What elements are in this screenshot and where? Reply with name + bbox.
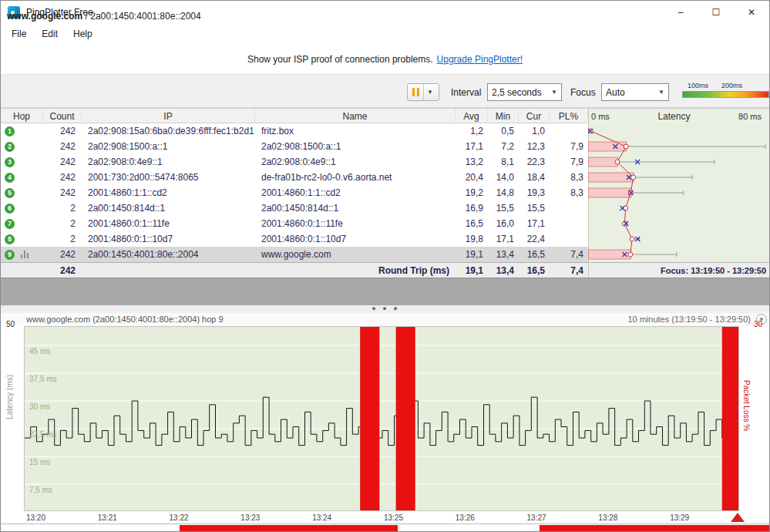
banner-text: Show your ISP proof of connection proble… [247, 54, 433, 65]
avg-cell: 19,2 [456, 185, 488, 200]
maximize-button[interactable]: ☐ [698, 1, 734, 24]
col-count[interactable]: Count [43, 109, 82, 124]
col-pl[interactable]: PL% [550, 109, 588, 124]
min-cell: 15,5 [488, 200, 519, 216]
focus-marker-triangle[interactable] [731, 513, 745, 522]
table-row[interactable]: 42422001:730:2d00::5474:8065de-fra01b-rc… [1, 170, 770, 185]
min-cell: 16,0 [488, 216, 519, 231]
pl-cell [550, 123, 588, 139]
table-row[interactable]: 722001:4860:0:1::11fe2001:4860:0:1::11fe… [1, 216, 770, 231]
col-min[interactable]: Min [488, 109, 519, 124]
table-row[interactable]: 32422a02:908:0:4e9::12a02:908:0:4e9::113… [1, 154, 770, 170]
col-avg[interactable]: Avg [456, 109, 488, 124]
latency-gradient-bar [682, 91, 769, 98]
avg-cell: 13,2 [456, 154, 488, 170]
menu-file[interactable]: File [4, 25, 34, 42]
latency-axis-label: Latency (ms) [5, 375, 14, 419]
hop-number-badge: 8 [5, 234, 15, 244]
pl-cell: 8,3 [550, 170, 588, 185]
graph-indicator-icon [20, 250, 30, 259]
hop-cell: 7 [1, 216, 43, 231]
col-cur[interactable]: Cur [519, 109, 550, 124]
minimize-button[interactable]: – [663, 1, 698, 24]
latency-cell [588, 200, 770, 216]
col-name[interactable]: Name [255, 109, 456, 124]
count-cell: 242 [43, 170, 82, 185]
legend-100ms-label: 100ms [688, 82, 708, 90]
table-row[interactable]: 822001:4860:0:1::10d72001:4860:0:1::10d7… [1, 231, 770, 247]
ip-cell: 2001:4860:0:1::10d7 [82, 231, 255, 247]
latency-color-legend: 100ms 200ms [682, 82, 769, 98]
target-address: www.google.com / 2a00:1450:4001:80e::200… [7, 11, 201, 22]
interval-label: Interval [451, 87, 481, 98]
right-axis-max: 30 [754, 320, 762, 328]
count-cell: 242 [43, 123, 82, 139]
latency-cell [588, 154, 770, 170]
avg-cell: 19,1 [456, 247, 488, 262]
count-cell: 242 [43, 154, 82, 170]
latency-time-series [25, 327, 739, 511]
count-cell: 2 [43, 200, 82, 216]
cur-cell: 15,5 [519, 200, 550, 216]
menu-help[interactable]: Help [66, 25, 100, 42]
ip-cell: 2a02:908:1500:a::1 [82, 139, 255, 154]
table-row[interactable]: 622a00:1450:814d::12a00:1450:814d::116,9… [1, 200, 770, 216]
bottom-timeline-strip[interactable] [1, 524, 770, 532]
pl-cell [550, 216, 588, 231]
hop-cell: 4 [1, 170, 43, 185]
avg-cell: 16,9 [456, 200, 488, 216]
cur-cell: 17,1 [519, 216, 550, 231]
x-axis-label: 13:24 [308, 513, 336, 522]
ip-cell: 2a02:908:15a0:6ba0:de39:6fff:fec1:b2d1 [82, 123, 255, 139]
chevron-down-icon: ▼ [658, 89, 664, 96]
timegraph-range[interactable]: 10 minutes (13:19:50 - 13:29:50) [627, 315, 751, 324]
pause-button[interactable]: ▼ [407, 83, 439, 101]
menu-bar: FileEditHelp [1, 24, 769, 44]
x-axis-label: 13:20 [22, 513, 49, 522]
table-row[interactable]: 22422a02:908:1500:a::12a02:908:1500:a::1… [1, 139, 770, 154]
table-row[interactable]: 52422001:4860:1:1::cd22001:4860:1:1::cd2… [1, 185, 770, 200]
hop-number-badge: 5 [5, 188, 15, 198]
name-cell: 2001:4860:0:1::10d7 [255, 231, 456, 247]
round-trip-row[interactable]: 242 Round Trip (ms) 19,1 13,4 16,5 7,4 F… [1, 262, 770, 278]
latency-cell [588, 247, 770, 262]
interval-select[interactable]: 2,5 seconds ▼ [487, 83, 562, 101]
splitter-handle[interactable]: ● ● ● [1, 305, 770, 313]
ip-cell: 2001:4860:0:1::11fe [82, 216, 255, 231]
hop-cell: 6 [1, 200, 43, 216]
focus-select[interactable]: Auto ▼ [601, 83, 669, 101]
name-cell: 2001:4860:0:1::11fe [255, 216, 456, 231]
col-latency[interactable]: 0 ms Latency 80 ms [588, 109, 770, 124]
interval-value: 2,5 seconds [492, 87, 542, 98]
upgrade-link[interactable]: Upgrade PingPlotter! [437, 54, 523, 65]
pl-cell: 7,9 [550, 154, 588, 170]
cur-cell: 12,3 [519, 139, 550, 154]
x-axis-label: 13:27 [523, 513, 550, 522]
count-cell: 2 [43, 231, 82, 247]
latency-time-plot[interactable]: 45 ms37,5 ms30 ms22,5 ms15 ms7,5 ms [24, 326, 739, 511]
hop-cell: 9 [1, 247, 43, 262]
menu-edit[interactable]: Edit [34, 25, 66, 42]
ip-cell: 2a00:1450:4001:80e::2004 [82, 247, 255, 262]
col-hop[interactable]: Hop [1, 109, 43, 124]
col-ip[interactable]: IP [82, 109, 255, 124]
chevron-down-icon[interactable]: ▼ [423, 84, 433, 100]
name-cell: 2001:4860:1:1::cd2 [255, 185, 456, 200]
close-button[interactable]: ✕ [734, 1, 769, 24]
hop-cell: 1 [1, 123, 43, 139]
latency-cell [588, 231, 770, 247]
cur-cell: 22,3 [519, 154, 550, 170]
summary-avg: 19,1 [456, 263, 488, 278]
table-row[interactable]: 12422a02:908:15a0:6ba0:de39:6fff:fec1:b2… [1, 123, 770, 139]
timegraph-header: www.google.com (2a00:1450:4001:80e::2004… [1, 313, 770, 326]
hop-table-rows: 12422a02:908:15a0:6ba0:de39:6fff:fec1:b2… [1, 123, 770, 262]
packet-loss-segment [180, 525, 398, 532]
hop-number-badge: 1 [5, 126, 15, 136]
x-axis-label: 13:21 [93, 513, 121, 522]
min-cell: 13,4 [488, 247, 519, 262]
hop-number-badge: 6 [5, 204, 15, 214]
cur-cell: 19,3 [519, 185, 550, 200]
summary-count: 242 [43, 263, 82, 278]
name-cell: fritz.box [255, 123, 456, 139]
table-row[interactable]: 92422a00:1450:4001:80e::2004www.google.c… [1, 247, 770, 262]
